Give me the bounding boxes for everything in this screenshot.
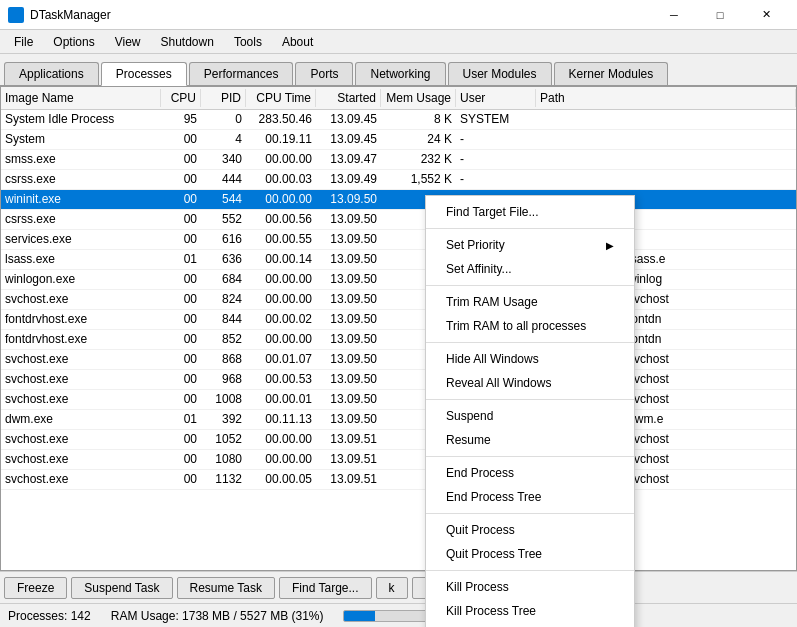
menu-item-shutdown[interactable]: Shutdown	[151, 33, 224, 51]
ctx-item-trim-ram[interactable]: Trim RAM Usage	[426, 290, 634, 314]
table-cell: 00	[161, 350, 201, 369]
tab-performances[interactable]: Performances	[189, 62, 294, 85]
table-cell: svchost.exe	[1, 430, 161, 449]
table-row[interactable]: System Idle Process950283.50.4613.09.458…	[1, 110, 796, 130]
table-row[interactable]: services.exe0061600.00.5513.09.50	[1, 230, 796, 250]
table-cell: 13.09.47	[316, 150, 381, 169]
ctx-item-suspend[interactable]: Suspend	[426, 404, 634, 428]
toolbar-btn-freeze[interactable]: Freeze	[4, 577, 67, 599]
table-row[interactable]: System00400.19.1113.09.4524 K-	[1, 130, 796, 150]
ctx-item-trim-ram-all[interactable]: Trim RAM to all processes	[426, 314, 634, 338]
table-cell: 1,552 K	[381, 170, 456, 189]
table-row[interactable]: svchost.exe0096800.00.5313.09.50dows\Sys…	[1, 370, 796, 390]
table-cell: 00	[161, 430, 201, 449]
table-cell: 00.00.00	[246, 150, 316, 169]
ctx-item-end-process-tree[interactable]: End Process Tree	[426, 485, 634, 509]
table-row[interactable]: lsass.exe0163600.00.1413.09.50dows\Syste…	[1, 250, 796, 270]
table-cell: 00	[161, 330, 201, 349]
table-row[interactable]: csrss.exe0044400.00.0313.09.491,552 K-	[1, 170, 796, 190]
col-header-cputime[interactable]: CPU Time	[246, 89, 316, 107]
ctx-item-set-priority[interactable]: Set Priority▶	[426, 233, 634, 257]
table-row[interactable]: smss.exe0034000.00.0013.09.47232 K-	[1, 150, 796, 170]
table-cell: svchost.exe	[1, 390, 161, 409]
ctx-item-find-target[interactable]: Find Target File...	[426, 200, 634, 224]
menu-item-about[interactable]: About	[272, 33, 323, 51]
table-cell	[536, 170, 796, 189]
col-header-pid[interactable]: PID	[201, 89, 246, 107]
table-row[interactable]: dwm.exe0139200.11.1313.09.50dows\System3…	[1, 410, 796, 430]
tab-ports[interactable]: Ports	[295, 62, 353, 85]
table-cell: 844	[201, 310, 246, 329]
close-button[interactable]: ✕	[743, 0, 789, 30]
col-header-user[interactable]: User	[456, 89, 536, 107]
minimize-button[interactable]: ─	[651, 0, 697, 30]
col-header-started[interactable]: Started	[316, 89, 381, 107]
table-cell: 1052	[201, 430, 246, 449]
ctx-item-quit-process-tree[interactable]: Quit Process Tree	[426, 542, 634, 566]
table-row[interactable]: svchost.exe00113200.00.0513.09.51dows\Sy…	[1, 470, 796, 490]
tab-processes[interactable]: Processes	[101, 62, 187, 86]
table-row[interactable]: fontdrvhost.exe0084400.00.0213.09.50dows…	[1, 310, 796, 330]
col-header-mem[interactable]: Mem Usage	[381, 89, 456, 107]
toolbar-btn-find-target[interactable]: Find Targe...	[279, 577, 371, 599]
table-cell: 13.09.45	[316, 130, 381, 149]
table-row[interactable]: winlogon.exe0068400.00.0013.09.50dows\Sy…	[1, 270, 796, 290]
table-cell: 1080	[201, 450, 246, 469]
table-row[interactable]: svchost.exe00100800.00.0113.09.50dows\Sy…	[1, 390, 796, 410]
table-row[interactable]: svchost.exe0086800.01.0713.09.50dows\Sys…	[1, 350, 796, 370]
table-cell: 00.00.03	[246, 170, 316, 189]
col-header-cpu[interactable]: CPU	[161, 89, 201, 107]
table-cell: 232 K	[381, 150, 456, 169]
table-row[interactable]: fontdrvhost.exe0085200.00.0013.09.50dows…	[1, 330, 796, 350]
menu-item-file[interactable]: File	[4, 33, 43, 51]
table-cell: svchost.exe	[1, 370, 161, 389]
table-cell: 13.09.50	[316, 310, 381, 329]
table-body[interactable]: System Idle Process950283.50.4613.09.458…	[1, 110, 796, 570]
ctx-item-end-process[interactable]: End Process	[426, 461, 634, 485]
table-cell: 13.09.50	[316, 330, 381, 349]
table-cell: 0	[201, 110, 246, 129]
tab-networking[interactable]: Networking	[355, 62, 445, 85]
table-cell: 00.00.00	[246, 270, 316, 289]
ctx-item-kill-process[interactable]: Kill Process	[426, 575, 634, 599]
ctx-item-kill-process-tree[interactable]: Kill Process Tree	[426, 599, 634, 623]
tab-user-modules[interactable]: User Modules	[448, 62, 552, 85]
menu-item-tools[interactable]: Tools	[224, 33, 272, 51]
table-row[interactable]: svchost.exe0082400.00.0013.09.50dows\Sys…	[1, 290, 796, 310]
table-row[interactable]: csrss.exe0055200.00.5613.09.50	[1, 210, 796, 230]
tab-applications[interactable]: Applications	[4, 62, 99, 85]
table-cell: 00.00.02	[246, 310, 316, 329]
window-controls: ─ □ ✕	[651, 0, 789, 30]
ctx-separator	[426, 342, 634, 343]
status-progress-fill	[344, 611, 374, 621]
ctx-item-resume[interactable]: Resume	[426, 428, 634, 452]
table-cell: 13.09.50	[316, 350, 381, 369]
table-cell: csrss.exe	[1, 170, 161, 189]
ctx-item-reveal-windows[interactable]: Reveal All Windows	[426, 371, 634, 395]
table-row[interactable]: svchost.exe00108000.00.0013.09.51dows\Sy…	[1, 450, 796, 470]
table-cell: svchost.exe	[1, 450, 161, 469]
tab-kerner-modules[interactable]: Kerner Modules	[554, 62, 669, 85]
ctx-item-hide-windows[interactable]: Hide All Windows	[426, 347, 634, 371]
toolbar-btn-resume-task[interactable]: Resume Task	[177, 577, 275, 599]
maximize-button[interactable]: □	[697, 0, 743, 30]
toolbar-btn-kill-task[interactable]: k	[376, 577, 408, 599]
table-cell: 13.09.50	[316, 410, 381, 429]
table-row[interactable]: svchost.exe00105200.00.0013.09.51dows\Sy…	[1, 430, 796, 450]
table-cell: 00.00.56	[246, 210, 316, 229]
table-cell: 00	[161, 390, 201, 409]
ctx-item-set-affinity[interactable]: Set Affinity...	[426, 257, 634, 281]
menu-item-options[interactable]: Options	[43, 33, 104, 51]
table-cell: 852	[201, 330, 246, 349]
table-row[interactable]: wininit.exe0054400.00.0013.09.50	[1, 190, 796, 210]
table-cell: 00	[161, 450, 201, 469]
toolbar-btn-suspend-task[interactable]: Suspend Task	[71, 577, 172, 599]
menu-item-view[interactable]: View	[105, 33, 151, 51]
col-header-path[interactable]: Path	[536, 89, 796, 107]
bottom-toolbar: FreezeSuspend TaskResume TaskFind Targe.…	[0, 571, 797, 603]
table-cell	[536, 110, 796, 129]
table-cell: 552	[201, 210, 246, 229]
table-cell: 13.09.50	[316, 370, 381, 389]
ctx-item-quit-process[interactable]: Quit Process	[426, 518, 634, 542]
col-header-name[interactable]: Image Name	[1, 89, 161, 107]
